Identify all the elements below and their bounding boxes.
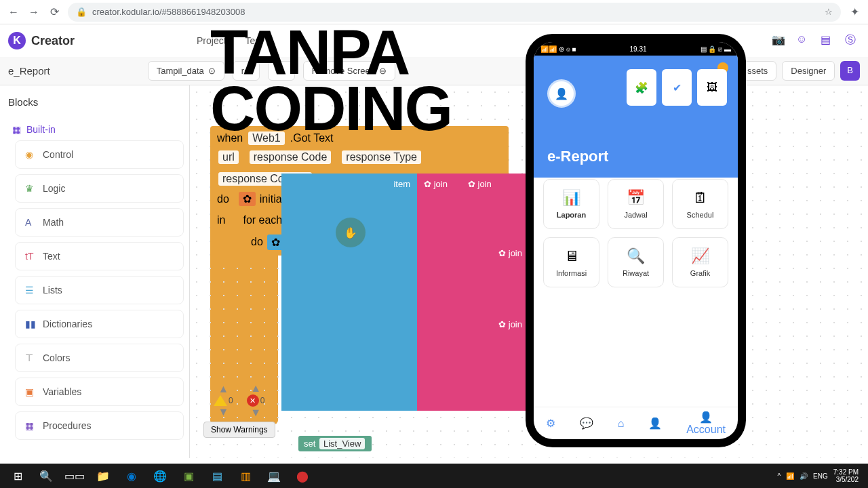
address-bar[interactable]: 🔒 creator.kodular.io/#5888661948203008 ☆ [68,3,841,22]
brand-name: Creator [31,34,75,48]
camera-icon[interactable]: 📷 [772,33,787,48]
task-view-button[interactable]: ▭▭ [61,466,88,486]
record-button[interactable]: ⬤ [289,466,316,486]
procedures-icon: ▦ [25,420,36,431]
gear-icon: ✿ [468,179,475,189]
info-icon: 🖥 [548,247,595,265]
blue-block[interactable]: item [281,174,417,411]
builtin-group[interactable]: ▦ Built-in [5,119,184,140]
dict-icon: ▮▮ [25,319,36,329]
back-button[interactable]: ← [7,5,20,19]
phone-body: 📊Laporan 📅Jadwal 🗓Schedul 🖥Informasi 🔍Ri… [534,165,738,407]
nav-account[interactable]: 👤 Account [686,411,726,436]
cat-logic[interactable]: ♛Logic [15,174,184,203]
cat-lists[interactable]: ☰Lists [15,276,184,304]
reload-button[interactable]: ⟳ [47,5,61,19]
cat-colors[interactable]: ⊤Colors [15,344,184,372]
deco-puzzle-icon: 🧩 [627,69,656,106]
search-button[interactable]: 🔍 [33,466,60,486]
chevron-down-icon[interactable]: ▼ [250,407,261,419]
chrome-icon[interactable]: 🌐 [146,466,174,486]
forward-button[interactable]: → [27,5,41,19]
gear-icon[interactable]: ✿ [239,192,256,206]
cat-dictionaries[interactable]: ▮▮Dictionaries [15,310,184,338]
gear-icon: ✿ [271,237,280,248]
menu-jadwal[interactable]: 📅Jadwal [608,179,664,229]
chart-icon: 📈 [677,247,724,265]
variables-icon: ▣ [25,386,36,397]
explorer-icon[interactable]: 📁 [90,466,117,486]
menu-test[interactable]: Test [245,35,263,46]
warnings-panel: ▲ 0 ▼ ▲ ✕0 ▼ Show Warnings [203,382,275,438]
nav-profile-icon[interactable]: 👤 [648,417,662,430]
cat-variables[interactable]: ▣Variables [15,378,184,406]
windows-taskbar: ⊞ 🔍 ▭▭ 📁 ◉ 🌐 ▣ ▤ ▥ 💻 ⬤ ^ 📶 🔊 ENG 7:32 PM… [0,464,868,488]
avatar[interactable]: 👤 [547,79,576,108]
app-icon-4[interactable]: 💻 [260,466,288,486]
clock[interactable]: 7:32 PM 3/5/202 [833,468,859,483]
menu-schedul[interactable]: 🗓Schedul [672,179,728,229]
pink-block[interactable]: ✿ join ✿ join ✿ join ✿ join [417,174,529,411]
account-icon: 👤 [699,411,713,424]
math-icon: A [25,217,36,228]
designer-button[interactable]: Designer [782,61,835,81]
report-icon: 📊 [548,189,595,207]
cat-procedures[interactable]: ▦Procedures [15,411,184,440]
chevron-up-icon[interactable]: ▲ [218,383,229,395]
lock-icon: 🔒 [76,7,87,17]
gear-icon: ✿ [424,179,431,189]
gear-icon: ✿ [498,319,506,329]
network-icon[interactable]: 📶 [786,472,794,480]
calendar-icon: 📅 [612,189,659,207]
blocks-button[interactable]: B [840,61,860,81]
cat-math[interactable]: AMath [15,208,184,237]
chevron-up-icon[interactable]: ▲ [250,382,261,394]
docs-icon[interactable]: ▤ [821,33,835,48]
phone-app-title: e-Report [547,148,608,165]
brand-logo[interactable]: K Creator [8,32,75,49]
tray-chevron-icon[interactable]: ^ [777,472,781,480]
set-block[interactable]: set List_View [298,436,372,451]
screen-btn-2[interactable]: cr [268,61,295,81]
phone-bottom-nav: ⚙ 💬 ⌂ 👤 👤 Account [534,407,738,439]
face-icon[interactable]: ☺ [796,33,811,48]
schedule-icon: 🗓 [677,189,724,207]
extensions-icon[interactable]: ✦ [848,5,861,19]
edge-icon[interactable]: ◉ [118,466,145,486]
star-icon[interactable]: ☆ [825,7,833,17]
menu-informasi[interactable]: 🖥Informasi [543,237,599,287]
gear-icon: ✿ [498,248,506,258]
chevron-down-icon[interactable]: ▼ [218,406,229,418]
nav-settings-icon[interactable]: ⚙ [546,417,555,430]
coin-icon[interactable]: Ⓢ [845,33,860,48]
colors-icon: ⊤ [25,352,36,363]
text-icon: tT [25,251,36,262]
phone-status-bar: 📶📶 ⊚ ⌾ ■ 19.31 ▤ 🔒 ⎚ ▬ [534,42,738,56]
screen-btn-1[interactable]: re [233,61,260,81]
browser-toolbar: ← → ⟳ 🔒 creator.kodular.io/#588866194820… [0,0,868,24]
screen-selector[interactable]: Tampil_data ⊙ [148,61,224,81]
deco-image-icon: 🖼 [697,69,727,106]
project-name: e_Report [8,65,50,77]
menu-project[interactable]: Project [197,35,226,46]
menu-riwayat[interactable]: 🔍Riwayat [608,237,664,287]
app-icon-2[interactable]: ▤ [203,466,231,486]
menu-laporan[interactable]: 📊Laporan [543,179,599,229]
volume-icon[interactable]: 🔊 [800,472,808,480]
language-indicator[interactable]: ENG [813,472,828,480]
cat-text[interactable]: tTText [15,242,184,270]
cat-control[interactable]: ◉Control [15,140,184,169]
start-button[interactable]: ⊞ [4,466,31,486]
remove-screen-button[interactable]: Remove Screen ⊖ [303,61,395,81]
menu-grafik[interactable]: 📈Grafik [672,237,728,287]
deco-check-icon: ✔ [662,69,692,106]
app-icon-1[interactable]: ▣ [175,466,202,486]
url-text: creator.kodular.io/#5888661948203008 [92,7,245,17]
sidebar: Blocks ▦ Built-in ◉Control ♛Logic AMath … [0,85,190,458]
nav-chat-icon[interactable]: 💬 [580,417,593,430]
trash-icon: ⊖ [379,66,387,76]
show-warnings-button[interactable]: Show Warnings [203,422,275,438]
grid-icon: ▦ [12,124,21,135]
app-icon-3[interactable]: ▥ [232,466,259,486]
nav-home-icon[interactable]: ⌂ [618,418,625,430]
